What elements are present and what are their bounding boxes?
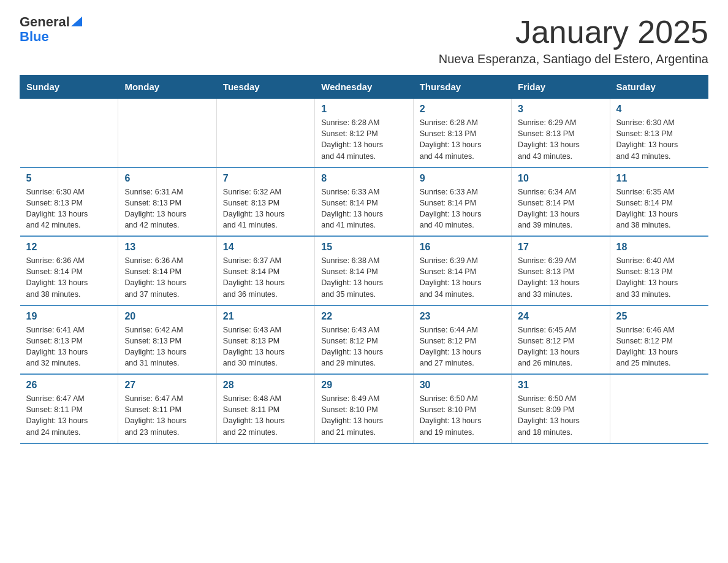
day-info: Sunrise: 6:30 AM Sunset: 8:13 PM Dayligh…: [616, 117, 702, 162]
calendar-header: SundayMondayTuesdayWednesdayThursdayFrid…: [20, 75, 708, 99]
calendar-cell-w5-d2: 28Sunrise: 6:48 AM Sunset: 8:11 PM Dayli…: [216, 374, 314, 443]
day-info: Sunrise: 6:50 AM Sunset: 8:10 PM Dayligh…: [420, 393, 505, 438]
logo: General Blue: [20, 15, 82, 44]
day-info: Sunrise: 6:33 AM Sunset: 8:14 PM Dayligh…: [420, 186, 505, 231]
day-number: 7: [223, 173, 308, 184]
day-info: Sunrise: 6:28 AM Sunset: 8:13 PM Dayligh…: [420, 117, 505, 162]
calendar-cell-w3-d5: 17Sunrise: 6:39 AM Sunset: 8:13 PM Dayli…: [512, 236, 610, 305]
calendar-cell-w3-d4: 16Sunrise: 6:39 AM Sunset: 8:14 PM Dayli…: [413, 236, 511, 305]
day-number: 21: [223, 311, 308, 322]
calendar-cell-w3-d6: 18Sunrise: 6:40 AM Sunset: 8:13 PM Dayli…: [610, 236, 708, 305]
day-number: 24: [518, 311, 603, 322]
calendar-cell-w2-d0: 5Sunrise: 6:30 AM Sunset: 8:13 PM Daylig…: [20, 167, 118, 237]
calendar-body: 1Sunrise: 6:28 AM Sunset: 8:12 PM Daylig…: [20, 99, 708, 443]
day-number: 16: [420, 242, 505, 253]
calendar-cell-w3-d2: 14Sunrise: 6:37 AM Sunset: 8:14 PM Dayli…: [216, 236, 314, 305]
day-number: 3: [518, 104, 603, 115]
calendar-cell-w4-d0: 19Sunrise: 6:41 AM Sunset: 8:13 PM Dayli…: [20, 305, 118, 375]
logo-general: General: [20, 15, 70, 29]
day-number: 22: [321, 311, 406, 322]
weekday-header-row: SundayMondayTuesdayWednesdayThursdayFrid…: [20, 75, 708, 99]
calendar-cell-w5-d6: [610, 374, 708, 443]
calendar-cell-w1-d2: [216, 99, 314, 167]
day-number: 28: [223, 380, 308, 391]
logo-blue: Blue: [20, 29, 49, 44]
day-info: Sunrise: 6:46 AM Sunset: 8:12 PM Dayligh…: [616, 324, 702, 369]
day-info: Sunrise: 6:41 AM Sunset: 8:13 PM Dayligh…: [26, 324, 112, 369]
day-number: 11: [616, 173, 702, 184]
calendar-cell-w1-d5: 3Sunrise: 6:29 AM Sunset: 8:13 PM Daylig…: [512, 99, 610, 167]
day-number: 17: [518, 242, 603, 253]
day-info: Sunrise: 6:33 AM Sunset: 8:14 PM Dayligh…: [321, 186, 406, 231]
day-number: 30: [420, 380, 505, 391]
calendar-cell-w4-d2: 21Sunrise: 6:43 AM Sunset: 8:13 PM Dayli…: [216, 305, 314, 375]
weekday-header-monday: Monday: [118, 75, 216, 99]
day-info: Sunrise: 6:40 AM Sunset: 8:13 PM Dayligh…: [616, 255, 702, 300]
calendar-cell-w5-d3: 29Sunrise: 6:49 AM Sunset: 8:10 PM Dayli…: [315, 374, 413, 443]
day-info: Sunrise: 6:36 AM Sunset: 8:14 PM Dayligh…: [124, 255, 210, 300]
main-title: January 2025: [439, 15, 708, 50]
day-info: Sunrise: 6:42 AM Sunset: 8:13 PM Dayligh…: [124, 324, 210, 369]
calendar-cell-w3-d0: 12Sunrise: 6:36 AM Sunset: 8:14 PM Dayli…: [20, 236, 118, 305]
day-number: 12: [26, 242, 112, 253]
calendar-cell-w5-d1: 27Sunrise: 6:47 AM Sunset: 8:11 PM Dayli…: [118, 374, 216, 443]
calendar-cell-w1-d1: [118, 99, 216, 167]
day-info: Sunrise: 6:36 AM Sunset: 8:14 PM Dayligh…: [26, 255, 112, 300]
week-row-1: 1Sunrise: 6:28 AM Sunset: 8:12 PM Daylig…: [20, 99, 708, 167]
day-info: Sunrise: 6:43 AM Sunset: 8:13 PM Dayligh…: [223, 324, 308, 369]
calendar-cell-w2-d5: 10Sunrise: 6:34 AM Sunset: 8:14 PM Dayli…: [512, 167, 610, 237]
subtitle: Nueva Esperanza, Santiago del Estero, Ar…: [439, 52, 708, 66]
day-number: 6: [124, 173, 210, 184]
day-number: 10: [518, 173, 603, 184]
day-info: Sunrise: 6:37 AM Sunset: 8:14 PM Dayligh…: [223, 255, 308, 300]
day-info: Sunrise: 6:43 AM Sunset: 8:12 PM Dayligh…: [321, 324, 406, 369]
day-info: Sunrise: 6:39 AM Sunset: 8:14 PM Dayligh…: [420, 255, 505, 300]
day-number: 19: [26, 311, 112, 322]
day-number: 13: [124, 242, 210, 253]
day-number: 29: [321, 380, 406, 391]
header: General Blue January 2025 Nueva Esperanz…: [20, 15, 708, 66]
day-info: Sunrise: 6:47 AM Sunset: 8:11 PM Dayligh…: [124, 393, 210, 438]
day-number: 31: [518, 380, 603, 391]
calendar-cell-w3-d3: 15Sunrise: 6:38 AM Sunset: 8:14 PM Dayli…: [315, 236, 413, 305]
day-number: 9: [420, 173, 505, 184]
calendar-cell-w4-d4: 23Sunrise: 6:44 AM Sunset: 8:12 PM Dayli…: [413, 305, 511, 375]
calendar-cell-w5-d0: 26Sunrise: 6:47 AM Sunset: 8:11 PM Dayli…: [20, 374, 118, 443]
calendar-table: SundayMondayTuesdayWednesdayThursdayFrid…: [20, 75, 708, 444]
week-row-3: 12Sunrise: 6:36 AM Sunset: 8:14 PM Dayli…: [20, 236, 708, 305]
day-number: 26: [26, 380, 112, 391]
day-info: Sunrise: 6:44 AM Sunset: 8:12 PM Dayligh…: [420, 324, 505, 369]
day-info: Sunrise: 6:48 AM Sunset: 8:11 PM Dayligh…: [223, 393, 308, 438]
weekday-header-sunday: Sunday: [20, 75, 118, 99]
day-number: 23: [420, 311, 505, 322]
calendar-cell-w1-d6: 4Sunrise: 6:30 AM Sunset: 8:13 PM Daylig…: [610, 99, 708, 167]
weekday-header-wednesday: Wednesday: [315, 75, 413, 99]
calendar-cell-w2-d3: 8Sunrise: 6:33 AM Sunset: 8:14 PM Daylig…: [315, 167, 413, 237]
week-row-4: 19Sunrise: 6:41 AM Sunset: 8:13 PM Dayli…: [20, 305, 708, 375]
weekday-header-friday: Friday: [512, 75, 610, 99]
calendar-cell-w4-d3: 22Sunrise: 6:43 AM Sunset: 8:12 PM Dayli…: [315, 305, 413, 375]
calendar-cell-w1-d3: 1Sunrise: 6:28 AM Sunset: 8:12 PM Daylig…: [315, 99, 413, 167]
day-number: 27: [124, 380, 210, 391]
calendar-cell-w2-d6: 11Sunrise: 6:35 AM Sunset: 8:14 PM Dayli…: [610, 167, 708, 237]
title-block: January 2025 Nueva Esperanza, Santiago d…: [439, 15, 708, 66]
logo-triangle-icon: [71, 17, 82, 26]
day-number: 5: [26, 173, 112, 184]
day-info: Sunrise: 6:49 AM Sunset: 8:10 PM Dayligh…: [321, 393, 406, 438]
day-info: Sunrise: 6:30 AM Sunset: 8:13 PM Dayligh…: [26, 186, 112, 231]
calendar-cell-w1-d4: 2Sunrise: 6:28 AM Sunset: 8:13 PM Daylig…: [413, 99, 511, 167]
calendar-cell-w2-d1: 6Sunrise: 6:31 AM Sunset: 8:13 PM Daylig…: [118, 167, 216, 237]
week-row-2: 5Sunrise: 6:30 AM Sunset: 8:13 PM Daylig…: [20, 167, 708, 237]
weekday-header-thursday: Thursday: [413, 75, 511, 99]
calendar-cell-w2-d2: 7Sunrise: 6:32 AM Sunset: 8:13 PM Daylig…: [216, 167, 314, 237]
day-number: 8: [321, 173, 406, 184]
calendar-cell-w2-d4: 9Sunrise: 6:33 AM Sunset: 8:14 PM Daylig…: [413, 167, 511, 237]
day-info: Sunrise: 6:34 AM Sunset: 8:14 PM Dayligh…: [518, 186, 603, 231]
day-info: Sunrise: 6:47 AM Sunset: 8:11 PM Dayligh…: [26, 393, 112, 438]
day-number: 4: [616, 104, 702, 115]
calendar-cell-w4-d5: 24Sunrise: 6:45 AM Sunset: 8:12 PM Dayli…: [512, 305, 610, 375]
calendar-cell-w4-d6: 25Sunrise: 6:46 AM Sunset: 8:12 PM Dayli…: [610, 305, 708, 375]
day-info: Sunrise: 6:38 AM Sunset: 8:14 PM Dayligh…: [321, 255, 406, 300]
day-info: Sunrise: 6:28 AM Sunset: 8:12 PM Dayligh…: [321, 117, 406, 162]
weekday-header-tuesday: Tuesday: [216, 75, 314, 99]
